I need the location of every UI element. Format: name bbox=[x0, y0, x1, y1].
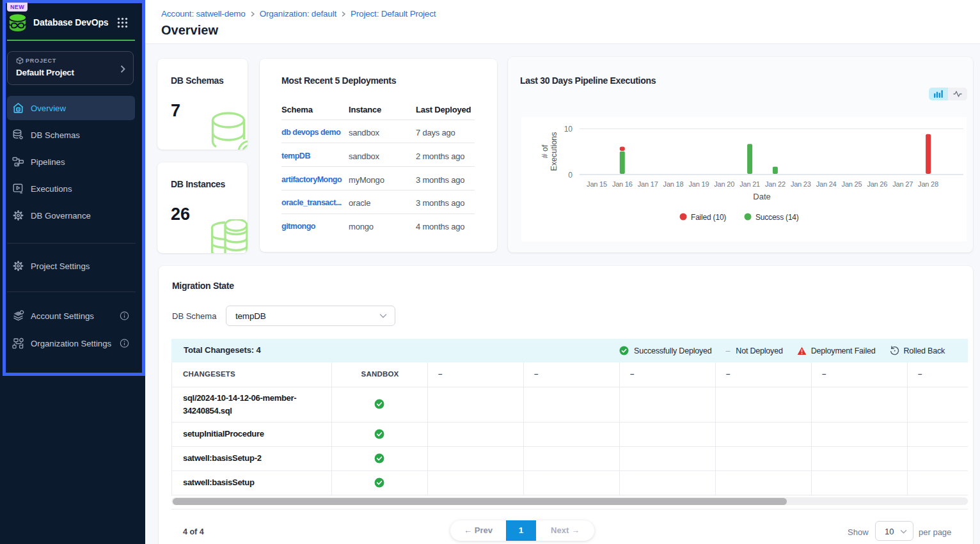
svg-text:Jan 26: Jan 26 bbox=[867, 180, 887, 188]
svg-text:10: 10 bbox=[564, 125, 573, 134]
svg-text:# of: # of bbox=[541, 144, 549, 158]
svg-text:Jan 28: Jan 28 bbox=[918, 180, 938, 188]
svg-text:Jan 15: Jan 15 bbox=[587, 180, 607, 188]
svg-text:Jan 25: Jan 25 bbox=[842, 180, 862, 188]
svg-text:Jan 22: Jan 22 bbox=[765, 180, 786, 188]
svg-text:Jan 16: Jan 16 bbox=[612, 180, 633, 188]
svg-text:Success (14): Success (14) bbox=[755, 213, 799, 222]
svg-text:Jan 19: Jan 19 bbox=[688, 180, 709, 188]
svg-text:Failed (10): Failed (10) bbox=[691, 213, 726, 222]
svg-text:Jan 20: Jan 20 bbox=[714, 180, 734, 188]
svg-text:Jan 23: Jan 23 bbox=[791, 180, 811, 188]
svg-text:Jan 17: Jan 17 bbox=[638, 180, 658, 188]
svg-text:Jan 24: Jan 24 bbox=[816, 180, 837, 188]
svg-text:0: 0 bbox=[568, 171, 573, 180]
svg-text:Date: Date bbox=[753, 192, 770, 201]
svg-text:Jan 27: Jan 27 bbox=[892, 180, 913, 188]
svg-text:Jan 21: Jan 21 bbox=[739, 180, 760, 188]
svg-text:Jan 18: Jan 18 bbox=[663, 180, 684, 188]
svg-text:Executions: Executions bbox=[549, 132, 558, 171]
